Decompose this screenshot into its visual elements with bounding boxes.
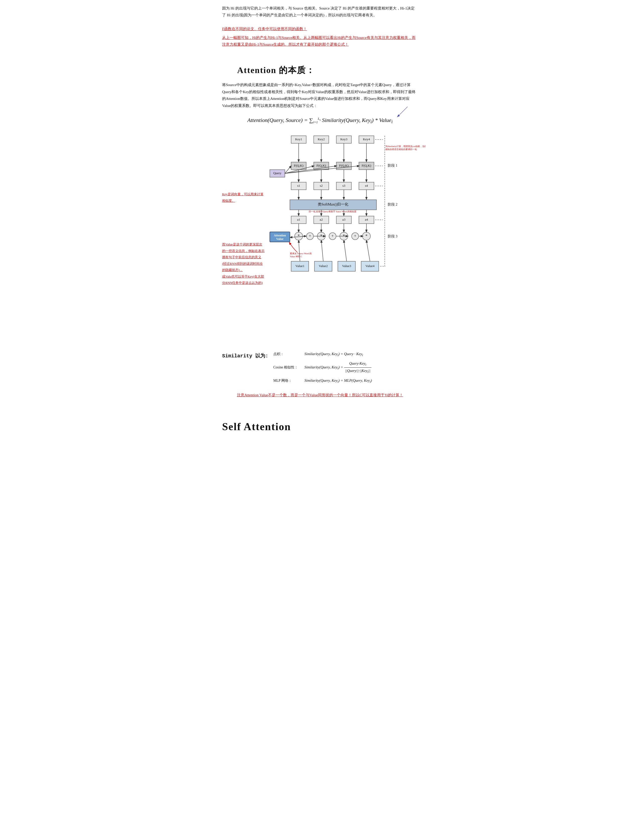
svg-line-103 bbox=[344, 240, 347, 261]
svg-line-81 bbox=[285, 166, 291, 173]
svg-text:Key2: Key2 bbox=[318, 137, 325, 141]
svg-text:Value 种到 C: Value 种到 C bbox=[290, 255, 302, 258]
left-annotation-key: Key是词向量，可以用来计算相似度。 bbox=[222, 191, 265, 204]
sim-formula-mlp: Similarity(Query, Keyi) = MLP(Query, Key… bbox=[304, 378, 372, 384]
svg-text:Key4: Key4 bbox=[363, 137, 370, 141]
svg-text:F(Q,K): F(Q,K) bbox=[294, 164, 304, 167]
attention-title: Attention 的本质： bbox=[237, 63, 418, 78]
svg-text:Attention: Attention bbox=[274, 234, 286, 237]
svg-line-104 bbox=[366, 240, 370, 261]
svg-text:感知自然语言相似仿要调归一化: 感知自然语言相似仿要调归一化 bbox=[385, 148, 417, 150]
svg-text:*: * bbox=[320, 234, 322, 238]
sim-type-mlp: MLP 网络： bbox=[273, 378, 301, 384]
svg-text:Key1: Key1 bbox=[295, 137, 302, 141]
left-annotation-value: 而Value是这个词的更深层次的一些语义信息，例如在表示拥有句子中前后信息的意义… bbox=[222, 241, 265, 286]
similarity-formulas: 点积： Similarity(Query, Keyi) = Query · Ke… bbox=[273, 351, 418, 387]
svg-text:*: * bbox=[365, 234, 368, 238]
similarity-section: Similarity 以为: 点积： Similarity(Query, Key… bbox=[222, 351, 418, 387]
svg-text:s4: s4 bbox=[365, 184, 368, 187]
sim-row-mlp: MLP 网络： Similarity(Query, Keyi) = MLP(Qu… bbox=[273, 378, 418, 384]
svg-text:a3: a3 bbox=[342, 218, 346, 221]
svg-text:素来从 Source Word 的: 素来从 Source Word 的 bbox=[290, 252, 312, 255]
svg-text:s1: s1 bbox=[297, 184, 300, 187]
svg-text:a2: a2 bbox=[320, 218, 323, 221]
top-paragraph: 因为 Hi 的出现与它的上一个单词相关，与 Source 也相关。Source … bbox=[222, 5, 418, 19]
svg-text:Value2: Value2 bbox=[319, 264, 328, 268]
sim-row-cosine: Cosine 相似性： Similarity(Query, Keyi) = Qu… bbox=[273, 360, 418, 375]
attention-text: 将Source中的构成元素想象成是由一系列的<Key,Value>数据对构成，此… bbox=[222, 82, 418, 109]
svg-text:类SoftMax()归一化: 类SoftMax()归一化 bbox=[318, 203, 349, 207]
diagram-container: Key1 Key2 Key3 Key4 为Similarity计算，理想情况co… bbox=[265, 133, 418, 331]
svg-text:+: + bbox=[331, 234, 334, 238]
svg-text:+: + bbox=[354, 234, 356, 238]
svg-text:阶段 2: 阶段 2 bbox=[388, 203, 398, 206]
svg-text:阶段 1: 阶段 1 bbox=[388, 164, 398, 167]
svg-text:F(Q,K): F(Q,K) bbox=[317, 164, 326, 167]
bottom-note: 注意Attention Value不是一个数，而是一个与Value同形状的一个向… bbox=[222, 392, 418, 398]
svg-text:*: * bbox=[343, 234, 345, 238]
svg-text:a1: a1 bbox=[297, 218, 300, 221]
svg-text:Key3: Key3 bbox=[340, 137, 347, 141]
svg-text:s3: s3 bbox=[342, 184, 346, 187]
sim-type-cosine: Cosine 相似性： bbox=[273, 365, 301, 370]
svg-text:+: + bbox=[309, 234, 311, 238]
svg-text:阶段 3: 阶段 3 bbox=[388, 234, 398, 238]
svg-text:F(Q,K): F(Q,K) bbox=[339, 164, 349, 167]
sim-row-dot: 点积： Similarity(Query, Keyi) = Query · Ke… bbox=[273, 351, 418, 358]
svg-text:Query: Query bbox=[273, 171, 282, 175]
svg-text:s2: s2 bbox=[320, 184, 323, 187]
similarity-label: Similarity 以为: bbox=[222, 352, 268, 360]
svg-line-102 bbox=[321, 240, 323, 261]
sim-formula-dot: Similarity(Query, Keyi) = Query · Keyi bbox=[304, 351, 363, 358]
red-link-2: 从上一幅图可知，Hi的产生与Hi-1与Source相关。从上两幅图可以看出Hi的… bbox=[222, 34, 418, 48]
self-attention-title: Self Attention bbox=[222, 418, 418, 436]
sim-type-dot: 点积： bbox=[273, 351, 301, 357]
svg-text:F(Q,K): F(Q,K) bbox=[362, 164, 371, 167]
svg-line-101 bbox=[299, 240, 300, 261]
sim-formula-cosine: Similarity(Query, Keyi) = Query·Keyi ||Q… bbox=[304, 360, 371, 375]
svg-text:Value4: Value4 bbox=[365, 264, 375, 268]
svg-text:Value1: Value1 bbox=[295, 264, 304, 268]
red-link-1: F函数在不同的论文、任务中可以使用不同的函数！ bbox=[222, 26, 418, 32]
svg-text:Value3: Value3 bbox=[342, 264, 351, 268]
svg-text:为Similarity计算，理想情况cos似相，当然cos值: 为Similarity计算，理想情况cos似相，当然cos值越近已白但是其 bbox=[385, 145, 426, 147]
main-formula: Attention(Query, Source) = ∑i=1Ls Simila… bbox=[222, 115, 418, 126]
svg-text:a4: a4 bbox=[365, 218, 368, 221]
svg-text:归一化,在使对Query有助于 Sance Word 的相似: 归一化,在使对Query有助于 Sance Word 的相似度 bbox=[309, 210, 357, 213]
svg-text:*: * bbox=[298, 234, 300, 238]
svg-text:Value: Value bbox=[276, 237, 284, 241]
